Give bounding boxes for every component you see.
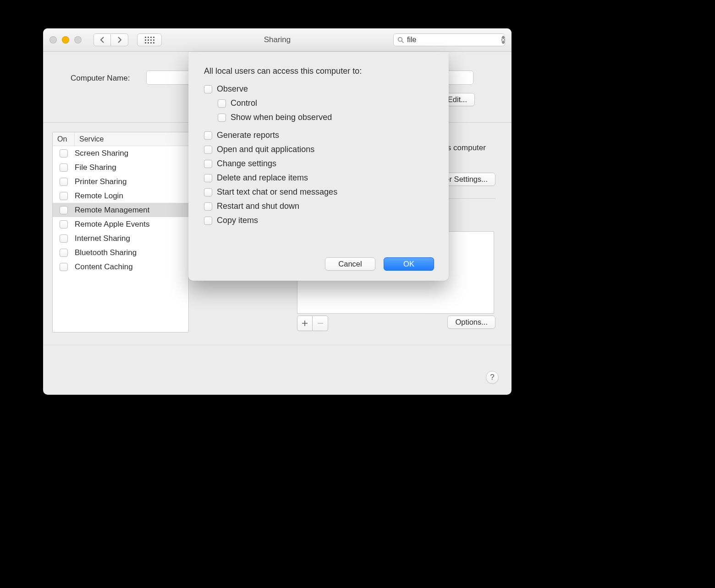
permission-label: Start text chat or send messages: [217, 187, 337, 197]
permission-label: Generate reports: [217, 131, 279, 140]
add-user-button[interactable]: [297, 316, 313, 331]
svg-line-1: [402, 41, 403, 43]
column-header-on[interactable]: On: [53, 132, 75, 146]
chevron-right-icon: [117, 37, 122, 43]
service-row[interactable]: Content Caching: [53, 260, 188, 274]
services-table: On Service Screen SharingFile SharingPri…: [52, 132, 189, 332]
service-label: Content Caching: [75, 262, 133, 272]
clear-search-button[interactable]: [501, 36, 505, 44]
service-enable-checkbox[interactable]: [60, 263, 68, 271]
service-enable-checkbox[interactable]: [60, 178, 68, 186]
permission-option[interactable]: Copy items: [204, 216, 433, 225]
permission-label: Delete and replace items: [217, 173, 308, 183]
add-remove-users: [297, 316, 328, 331]
column-header-service[interactable]: Service: [75, 135, 104, 143]
service-row[interactable]: File Sharing: [53, 160, 188, 174]
permissions-sheet: All local users can access this computer…: [188, 52, 449, 281]
permission-label: Copy items: [217, 216, 258, 225]
plus-icon: [302, 320, 308, 327]
permission-option[interactable]: Observe: [204, 84, 433, 94]
cancel-button[interactable]: Cancel: [325, 257, 375, 271]
permission-option[interactable]: Control: [218, 98, 433, 108]
permission-option[interactable]: Change settings: [204, 159, 433, 169]
service-row[interactable]: Remote Login: [53, 189, 188, 203]
options-button[interactable]: Options...: [447, 316, 495, 329]
permission-label: Control: [231, 98, 257, 108]
service-row[interactable]: Internet Sharing: [53, 231, 188, 245]
back-button[interactable]: [94, 33, 111, 46]
permission-checkbox[interactable]: [204, 85, 212, 93]
service-enable-checkbox[interactable]: [60, 206, 68, 214]
minus-icon: [317, 320, 324, 327]
remove-user-button[interactable]: [313, 316, 328, 331]
service-row[interactable]: Remote Management: [53, 203, 188, 217]
ok-button[interactable]: OK: [384, 257, 434, 271]
permission-label: Open and quit applications: [217, 145, 314, 154]
permission-option[interactable]: Open and quit applications: [204, 145, 433, 154]
permission-option[interactable]: Generate reports: [204, 131, 433, 140]
permission-checkbox[interactable]: [204, 188, 212, 196]
permission-label: Restart and shut down: [217, 201, 299, 211]
permission-option[interactable]: Restart and shut down: [204, 201, 433, 211]
window-controls: [50, 36, 82, 44]
show-all-button[interactable]: [137, 33, 162, 46]
service-enable-checkbox[interactable]: [60, 163, 68, 172]
footer-divider: [43, 345, 512, 345]
chevron-left-icon: [100, 37, 105, 43]
sheet-title: All local users can access this computer…: [204, 66, 433, 76]
permission-label: Change settings: [217, 159, 276, 169]
service-row[interactable]: Remote Apple Events: [53, 217, 188, 231]
sheet-button-row: Cancel OK: [325, 257, 434, 271]
preferences-window: Sharing Computer Name: Edit... On Servic…: [43, 28, 512, 395]
service-label: Printer Sharing: [75, 177, 126, 186]
service-row[interactable]: Screen Sharing: [53, 146, 188, 160]
svg-point-0: [398, 37, 402, 41]
permission-option[interactable]: Start text chat or send messages: [204, 187, 433, 197]
permission-checkbox[interactable]: [204, 202, 212, 211]
service-label: File Sharing: [75, 163, 116, 172]
service-row[interactable]: Bluetooth Sharing: [53, 245, 188, 260]
help-button[interactable]: ?: [486, 371, 499, 384]
permission-checkbox[interactable]: [204, 217, 212, 225]
service-label: Bluetooth Sharing: [75, 248, 137, 257]
permission-option[interactable]: Delete and replace items: [204, 173, 433, 183]
minimize-window-button[interactable]: [62, 36, 69, 44]
permission-checkbox[interactable]: [204, 174, 212, 182]
permission-checkbox[interactable]: [218, 114, 226, 122]
services-table-header: On Service: [53, 132, 188, 146]
help-icon: ?: [490, 373, 494, 382]
permission-checkbox[interactable]: [204, 131, 212, 140]
permission-option[interactable]: Show when being observed: [218, 113, 433, 122]
service-enable-checkbox[interactable]: [60, 192, 68, 200]
nav-back-forward: [94, 33, 128, 46]
search-input[interactable]: [404, 36, 501, 44]
service-label: Internet Sharing: [75, 234, 130, 243]
service-enable-checkbox[interactable]: [60, 249, 68, 257]
computer-name-label: Computer Name:: [71, 74, 130, 83]
service-enable-checkbox[interactable]: [60, 149, 68, 158]
permission-checkbox[interactable]: [204, 160, 212, 168]
service-enable-checkbox[interactable]: [60, 234, 68, 243]
service-label: Screen Sharing: [75, 149, 128, 158]
grid-icon: [145, 37, 154, 44]
titlebar: Sharing: [43, 28, 512, 52]
permission-label: Show when being observed: [231, 113, 332, 122]
close-icon: [501, 38, 505, 42]
service-label: Remote Login: [75, 191, 123, 201]
search-field[interactable]: [393, 33, 505, 46]
permission-label: Observe: [217, 84, 248, 94]
search-icon: [397, 37, 404, 44]
service-label: Remote Management: [75, 206, 149, 215]
service-row[interactable]: Printer Sharing: [53, 174, 188, 189]
permission-checkbox[interactable]: [204, 146, 212, 154]
zoom-window-button[interactable]: [74, 36, 82, 44]
forward-button[interactable]: [111, 33, 128, 46]
service-enable-checkbox[interactable]: [60, 220, 68, 229]
window-title: Sharing: [264, 35, 291, 44]
service-label: Remote Apple Events: [75, 220, 149, 229]
close-window-button[interactable]: [50, 36, 57, 44]
permission-checkbox[interactable]: [218, 99, 226, 108]
